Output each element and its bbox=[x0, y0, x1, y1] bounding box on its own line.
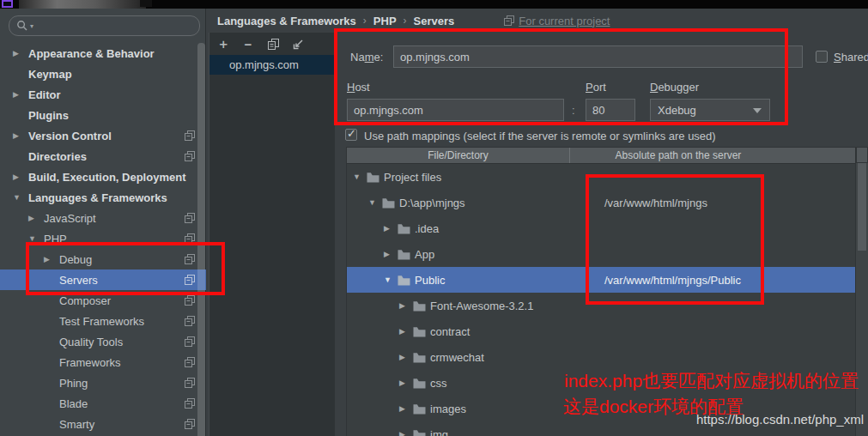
chevron-right-icon[interactable]: ▶ bbox=[28, 214, 44, 222]
project-level-icon bbox=[185, 419, 195, 429]
chevron-right-icon[interactable]: ▶ bbox=[13, 49, 28, 58]
settings-tree: ▶Appearance & Behavior Keymap ▶Editor Pl… bbox=[0, 43, 206, 434]
settings-dialog: ▾ ▶Appearance & Behavior Keymap ▶Editor … bbox=[0, 0, 868, 436]
project-level-icon bbox=[185, 130, 195, 141]
folder-icon bbox=[367, 172, 379, 183]
breadcrumb-languages-frameworks[interactable]: Languages & Frameworks bbox=[217, 15, 356, 27]
project-level-icon bbox=[504, 15, 514, 26]
mapping-table-header: File/Directory Absolute path on the serv… bbox=[347, 148, 855, 164]
window-titlebar bbox=[0, 0, 868, 9]
chevron-right-icon[interactable]: ▶ bbox=[384, 250, 398, 258]
titlebar-decoration bbox=[19, 0, 146, 9]
import-arrow-icon bbox=[293, 39, 304, 50]
copy-server-button[interactable] bbox=[266, 37, 280, 51]
search-caret-icon: ▾ bbox=[30, 22, 33, 30]
sidebar-item-frameworks[interactable]: Frameworks bbox=[0, 352, 206, 372]
project-level-icon bbox=[185, 151, 195, 161]
scope-note-label: For current project bbox=[519, 15, 610, 27]
server-list-toolbar: ＋ − bbox=[209, 33, 335, 55]
folder-icon bbox=[413, 300, 426, 312]
chevron-right-icon[interactable]: ▶ bbox=[13, 173, 28, 181]
breadcrumb-separator-icon: › bbox=[363, 15, 367, 27]
window-icon bbox=[2, 0, 13, 8]
server-list-panel: ＋ − op.mjngs.com bbox=[209, 33, 335, 436]
folder-icon bbox=[398, 249, 410, 260]
chevron-right-icon[interactable]: ▶ bbox=[13, 90, 28, 99]
folder-icon bbox=[382, 197, 395, 209]
sidebar-item-blade[interactable]: Blade bbox=[0, 393, 206, 414]
annotation-note-line1: index.php也要匹配对应虚拟机的位置 bbox=[564, 369, 859, 393]
chevron-down-icon[interactable]: ▼ bbox=[368, 198, 382, 207]
chevron-right-icon[interactable]: ▶ bbox=[399, 430, 413, 436]
sidebar-item-build-execution[interactable]: ▶Build, Execution, Deployment bbox=[0, 167, 206, 187]
column-header-absolute-path[interactable]: Absolute path on the server bbox=[570, 148, 855, 163]
project-level-icon bbox=[185, 213, 195, 223]
sidebar-item-appearance[interactable]: ▶Appearance & Behavior bbox=[0, 43, 206, 64]
chevron-right-icon[interactable]: ▶ bbox=[399, 327, 413, 336]
breadcrumb-servers[interactable]: Servers bbox=[414, 15, 455, 27]
project-level-icon bbox=[185, 336, 195, 347]
mapping-row-crmwechat[interactable]: ▶crmwechat bbox=[347, 344, 855, 370]
annotation-rect-paths bbox=[586, 174, 764, 305]
folder-icon bbox=[413, 326, 426, 337]
remove-server-button[interactable]: − bbox=[241, 37, 255, 51]
folder-icon bbox=[413, 378, 426, 389]
chevron-right-icon[interactable]: ▶ bbox=[384, 224, 398, 233]
server-name-label: op.mjngs.com bbox=[229, 58, 299, 71]
sidebar-item-plugins[interactable]: Plugins bbox=[0, 105, 206, 125]
sidebar-item-editor[interactable]: ▶Editor bbox=[0, 84, 206, 105]
column-header-file-directory[interactable]: File/Directory bbox=[347, 148, 570, 163]
shared-checkbox[interactable] bbox=[816, 51, 828, 63]
folder-icon bbox=[398, 223, 410, 234]
copy-icon bbox=[268, 39, 279, 50]
chevron-right-icon[interactable]: ▶ bbox=[399, 378, 413, 387]
import-mappings-button[interactable] bbox=[291, 37, 305, 51]
chevron-down-icon[interactable]: ▼ bbox=[384, 276, 398, 284]
folder-icon bbox=[413, 429, 426, 436]
settings-search-box[interactable]: ▾ bbox=[9, 15, 200, 36]
annotation-rect-sidebar bbox=[26, 242, 225, 295]
sidebar-item-keymap[interactable]: Keymap bbox=[0, 64, 206, 84]
folder-icon bbox=[398, 275, 410, 286]
chevron-right-icon[interactable]: ▶ bbox=[399, 301, 413, 310]
table-scrollbar-corner bbox=[856, 147, 868, 163]
breadcrumb-separator-icon: › bbox=[404, 15, 407, 27]
shared-label[interactable]: Shared bbox=[834, 51, 868, 64]
titlebar-notch bbox=[140, 0, 152, 7]
sidebar-item-smarty[interactable]: Smarty bbox=[0, 414, 206, 434]
project-level-icon bbox=[185, 357, 195, 367]
chevron-down-icon[interactable]: ▼ bbox=[353, 173, 367, 181]
path-mappings-label[interactable]: Use path mappings (select if the server … bbox=[364, 130, 716, 142]
folder-icon bbox=[413, 403, 426, 415]
table-scrollbar-thumb[interactable] bbox=[858, 163, 866, 251]
project-level-icon bbox=[185, 398, 195, 409]
breadcrumb-php[interactable]: PHP bbox=[373, 15, 397, 27]
sidebar-scrollbar[interactable] bbox=[197, 43, 205, 436]
annotation-rect-form bbox=[334, 28, 788, 125]
watermark: https://blog.csdn.net/php_xml bbox=[696, 412, 864, 427]
project-level-icon bbox=[185, 316, 195, 326]
server-list-item[interactable]: op.mjngs.com bbox=[209, 55, 335, 75]
chevron-down-icon[interactable]: ▼ bbox=[13, 193, 28, 202]
chevron-right-icon[interactable]: ▶ bbox=[13, 131, 28, 140]
sidebar-item-version-control[interactable]: ▶Version Control bbox=[0, 125, 206, 146]
add-server-button[interactable]: ＋ bbox=[216, 37, 230, 51]
sidebar-item-quality-tools[interactable]: Quality Tools bbox=[0, 331, 206, 352]
chevron-right-icon[interactable]: ▶ bbox=[399, 404, 413, 413]
sidebar-item-directories[interactable]: Directories bbox=[0, 146, 206, 167]
sidebar-item-test-frameworks[interactable]: Test Frameworks bbox=[0, 311, 206, 331]
mapping-row-contract[interactable]: ▶contract bbox=[347, 318, 855, 344]
scope-note: For current project bbox=[504, 15, 610, 27]
sidebar-item-phing[interactable]: Phing bbox=[0, 372, 206, 393]
sidebar-item-javascript[interactable]: ▶JavaScript bbox=[0, 208, 206, 228]
chevron-right-icon[interactable]: ▶ bbox=[399, 353, 413, 361]
path-mappings-checkbox[interactable] bbox=[345, 129, 357, 141]
project-level-icon bbox=[185, 295, 195, 306]
search-input[interactable] bbox=[37, 20, 183, 32]
project-level-icon bbox=[185, 378, 195, 388]
search-icon bbox=[16, 20, 28, 32]
settings-sidebar: ▾ ▶Appearance & Behavior Keymap ▶Editor … bbox=[0, 9, 206, 436]
folder-icon bbox=[413, 352, 426, 363]
sidebar-item-languages-frameworks[interactable]: ▼Languages & Frameworks bbox=[0, 187, 206, 208]
